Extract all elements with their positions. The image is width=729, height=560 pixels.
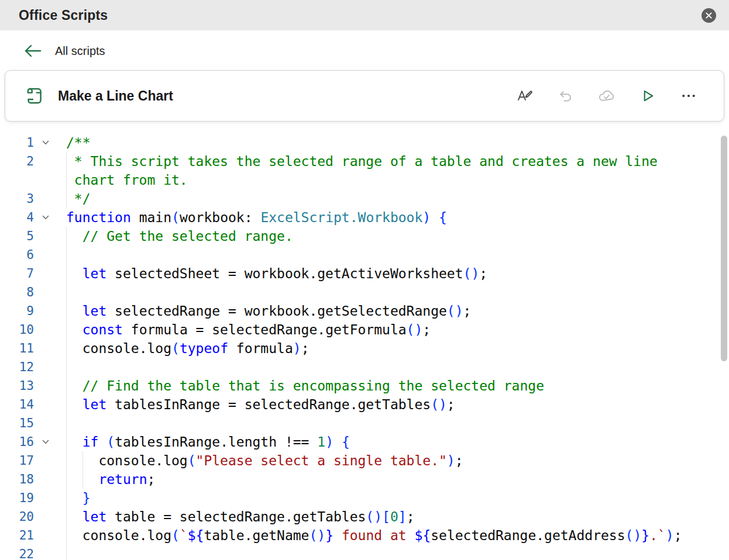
vertical-scrollbar-thumb[interactable] xyxy=(721,136,727,361)
code-line[interactable]: 1/** xyxy=(0,133,729,152)
code-text: console.log(`${table.getName()} found at… xyxy=(66,526,729,545)
run-icon xyxy=(639,88,656,104)
line-number: 19 xyxy=(0,489,34,507)
code-text: if (tablesInRange.length !== 1) { xyxy=(66,433,729,451)
indent-guide xyxy=(66,189,67,208)
code-text: console.log(typeof formula); xyxy=(66,339,729,358)
code-line[interactable]: 12 xyxy=(0,358,729,376)
line-number: 22 xyxy=(0,545,34,560)
indent-guide xyxy=(66,489,67,507)
code-text: console.log("Please select a single tabl… xyxy=(66,451,729,470)
code-text xyxy=(66,358,729,376)
code-line[interactable]: 18 return; xyxy=(0,470,729,489)
undo-button[interactable] xyxy=(556,87,575,105)
indent-guide xyxy=(66,246,67,264)
fold-spacer xyxy=(34,489,57,507)
code-line[interactable]: 22 xyxy=(0,545,729,560)
code-text: } xyxy=(66,489,729,507)
code-line[interactable]: 7 let selectedSheet = workbook.getActive… xyxy=(0,264,729,283)
indent-guide xyxy=(66,545,67,560)
indent-guide xyxy=(66,395,67,414)
code-editor[interactable]: 1/**2 * This script takes the selected r… xyxy=(0,133,729,560)
line-number: 17 xyxy=(0,451,34,470)
code-text xyxy=(66,545,729,560)
fold-spacer xyxy=(34,283,57,302)
code-text: let selectedRange = workbook.getSelected… xyxy=(66,302,729,320)
code-text xyxy=(66,414,729,433)
fold-spacer xyxy=(34,264,57,283)
code-line[interactable]: 10 const formula = selectedRange.getForm… xyxy=(0,320,729,339)
fold-spacer xyxy=(34,376,57,395)
indent-guide xyxy=(66,470,67,489)
code-line[interactable]: 3 */ xyxy=(0,189,729,208)
fold-chevron-icon[interactable] xyxy=(34,433,57,451)
line-number: 9 xyxy=(0,302,34,320)
code-line[interactable]: 5 // Get the selected range. xyxy=(0,227,729,246)
code-line[interactable]: 6 xyxy=(0,246,729,264)
code-line[interactable]: 17 console.log("Please select a single t… xyxy=(0,451,729,470)
script-toolbar xyxy=(515,87,698,105)
code-line[interactable]: 19 } xyxy=(0,489,729,507)
line-number: 15 xyxy=(0,414,34,433)
fold-spacer xyxy=(34,451,57,470)
indent-guide xyxy=(66,376,67,395)
code-line[interactable]: chart from it. xyxy=(0,171,729,189)
script-title: Make a Line Chart xyxy=(58,88,515,104)
code-text: return; xyxy=(66,470,729,489)
line-number: 21 xyxy=(0,526,34,545)
rename-icon xyxy=(516,88,534,103)
ellipsis-icon xyxy=(680,88,697,104)
fold-spacer xyxy=(34,507,57,526)
close-icon xyxy=(705,12,713,19)
code-line[interactable]: 2 * This script takes the selected range… xyxy=(0,152,729,171)
fold-chevron-icon[interactable] xyxy=(34,133,57,152)
code-line[interactable]: 13 // Find the table that is encompassin… xyxy=(0,376,729,395)
line-number: 20 xyxy=(0,507,34,526)
code-line[interactable]: 15 xyxy=(0,414,729,433)
run-button[interactable] xyxy=(638,87,657,105)
script-card: Make a Line Chart xyxy=(5,70,724,122)
back-nav[interactable]: All scripts xyxy=(0,30,729,70)
fold-spacer xyxy=(34,470,57,489)
line-number: 12 xyxy=(0,358,34,376)
indent-guide xyxy=(66,152,67,171)
indent-guide xyxy=(66,302,67,320)
code-line[interactable]: 11 console.log(typeof formula); xyxy=(0,339,729,358)
code-line[interactable]: 14 let tablesInRange = selectedRange.get… xyxy=(0,395,729,414)
code-line[interactable]: 16 if (tablesInRange.length !== 1) { xyxy=(0,433,729,451)
close-button[interactable] xyxy=(702,8,716,23)
code-text: function main(workbook: ExcelScript.Work… xyxy=(66,208,729,227)
fold-spacer xyxy=(34,339,57,358)
code-text: let selectedSheet = workbook.getActiveWo… xyxy=(66,264,729,283)
cloud-save-button[interactable] xyxy=(597,87,616,105)
line-number: 16 xyxy=(0,433,34,451)
line-number: 6 xyxy=(0,246,34,264)
more-options-button[interactable] xyxy=(679,87,698,105)
code-line[interactable]: 9 let selectedRange = workbook.getSelect… xyxy=(0,302,729,320)
indent-guide xyxy=(66,507,67,526)
indent-guide xyxy=(66,264,67,283)
indent-guide xyxy=(66,171,67,189)
code-text: chart from it. xyxy=(66,171,729,189)
code-lines: 1/**2 * This script takes the selected r… xyxy=(0,133,729,560)
line-number: 2 xyxy=(0,152,34,171)
back-label: All scripts xyxy=(55,44,105,58)
indent-guide xyxy=(82,470,83,489)
line-number: 5 xyxy=(0,227,34,246)
line-number: 8 xyxy=(0,283,34,302)
line-number: 14 xyxy=(0,395,34,414)
back-arrow-icon[interactable] xyxy=(23,43,42,58)
fold-spacer xyxy=(34,358,57,376)
code-text: let table = selectedRange.getTables()[0]… xyxy=(66,507,729,526)
code-text: */ xyxy=(66,189,729,208)
code-line[interactable]: 4function main(workbook: ExcelScript.Wor… xyxy=(0,208,729,227)
code-line[interactable]: 21 console.log(`${table.getName()} found… xyxy=(0,526,729,545)
fold-spacer xyxy=(34,171,57,189)
code-line[interactable]: 8 xyxy=(0,283,729,302)
code-line[interactable]: 20 let table = selectedRange.getTables()… xyxy=(0,507,729,526)
fold-chevron-icon[interactable] xyxy=(34,208,57,227)
code-text xyxy=(66,283,729,302)
indent-guide xyxy=(66,526,67,545)
rename-button[interactable] xyxy=(515,87,534,105)
fold-spacer xyxy=(34,545,57,560)
